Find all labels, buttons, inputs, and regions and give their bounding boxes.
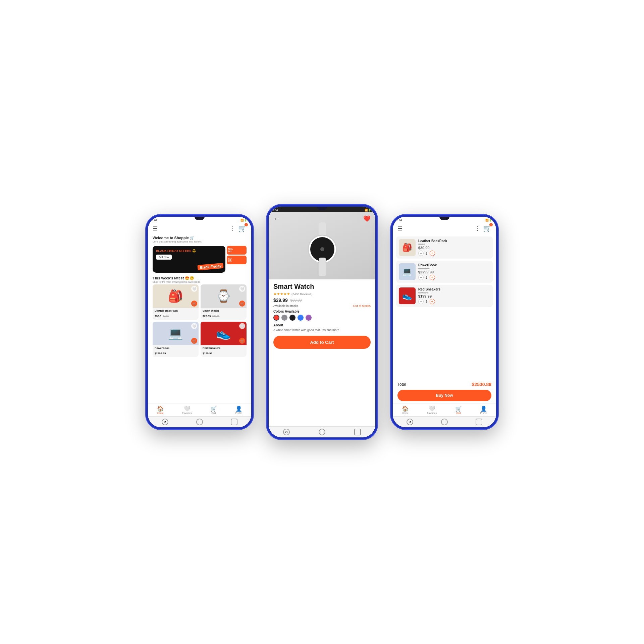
product-detail-content: Smart Watch ★★★★★ (3400 Reviews) $29.99 … bbox=[269, 279, 375, 426]
cart-old-price-sneaker: $299.99 bbox=[418, 291, 490, 294]
color-red[interactable] bbox=[273, 315, 279, 321]
qty-plus-sneaker[interactable]: + bbox=[430, 299, 435, 304]
heart-btn-sneaker[interactable]: 🤍 bbox=[239, 323, 245, 329]
product-detail-name: Smart Watch bbox=[273, 283, 371, 290]
phone2-header: ← ❤️ bbox=[269, 212, 375, 225]
qty-plus-laptop[interactable]: + bbox=[430, 275, 435, 280]
price-row: $29.99 $39.99 bbox=[273, 298, 371, 303]
cart-info-laptop: PowerBook $3299.99 $2299.99 − 1 + bbox=[418, 263, 490, 280]
back-button[interactable]: ← bbox=[273, 215, 279, 222]
back-hw-btn-2[interactable]: ↺ bbox=[283, 429, 290, 435]
add-cart-btn-sneaker[interactable]: 🛒 bbox=[239, 338, 245, 344]
product-price-sneaker: $199.99 bbox=[203, 352, 212, 355]
home-hw-btn-3[interactable] bbox=[441, 419, 448, 425]
status-icons-3: 📶🔋 bbox=[485, 219, 492, 222]
cart-nav-icon-3: 🛒 bbox=[455, 406, 462, 412]
product-img-sneaker: 👟 🤍 🛒 bbox=[201, 322, 247, 345]
qty-num-sneaker: 1 bbox=[426, 300, 428, 304]
reviews-count: (3400 Reviews) bbox=[291, 292, 313, 296]
product-card-watch[interactable]: ⌚ 🤍 🛒 Smart Watch $29.99 $39.99 bbox=[201, 284, 247, 320]
out-stock-label: Out of stocks bbox=[353, 304, 371, 308]
cart-items-list: 🎒 Leather BackPack $40.9 $30.90 − 1 + bbox=[393, 234, 496, 379]
profile-icon-1: 👤 bbox=[235, 406, 242, 412]
qty-minus-laptop[interactable]: − bbox=[418, 275, 424, 280]
cart-badge-3: 3 bbox=[489, 223, 493, 226]
bottom-bar-2: ↺ bbox=[269, 426, 375, 437]
welcome-section: Welcome to Shoppie 🛒 Let's get something… bbox=[148, 234, 251, 244]
get-now-button[interactable]: Get Now bbox=[156, 255, 172, 260]
qty-control-laptop: − 1 + bbox=[418, 275, 490, 280]
back-hw-btn-3[interactable]: ↺ bbox=[407, 419, 413, 425]
cart-icon-1[interactable]: 🛒 1 bbox=[238, 224, 247, 232]
add-cart-btn-laptop[interactable]: 🛒 bbox=[191, 338, 197, 344]
total-amount: $2530.88 bbox=[472, 382, 491, 387]
current-price: $29.99 bbox=[273, 298, 288, 303]
home-hw-btn-1[interactable] bbox=[196, 419, 203, 425]
product-img-bag: 🎒 🤍 🛒 bbox=[153, 284, 199, 308]
cart-price-sneaker: $199.99 bbox=[418, 294, 490, 298]
bottom-bar-1: ↺ bbox=[148, 416, 251, 427]
nav-favorites-1[interactable]: 🤍 Favorites bbox=[182, 406, 192, 414]
heart-btn-bag[interactable]: 🤍 bbox=[191, 286, 197, 292]
favorite-button[interactable]: ❤️ bbox=[363, 215, 371, 222]
nav-profile-1[interactable]: 👤 Profile bbox=[235, 406, 242, 414]
buy-now-button[interactable]: Buy Now bbox=[397, 390, 491, 401]
add-cart-btn-watch[interactable]: 🛒 bbox=[239, 301, 245, 307]
phones-container: 9:04 📶🔋 ☰ ⋮ 🛒 1 Welcome t bbox=[119, 178, 525, 466]
product-card-laptop[interactable]: 💻 🤍 🛒 PowerBook $2299.99 bbox=[153, 322, 199, 357]
cart-nav-icon-1: 🛒 bbox=[210, 406, 217, 412]
qty-minus-sneaker[interactable]: − bbox=[418, 299, 424, 304]
header-right-3: ⋮ 🛒 3 bbox=[475, 224, 491, 232]
product-card-bag[interactable]: 🎒 🤍 🛒 Leather BackPack $30.9 $40.9 bbox=[153, 284, 199, 320]
banner-title: BLACK FRIDAY OFFERS 😎 bbox=[156, 249, 222, 253]
home-hw-btn-2[interactable] bbox=[319, 429, 325, 435]
product-info-bag: Leather BackPack $30.9 $40.9 bbox=[153, 308, 199, 320]
color-black[interactable] bbox=[289, 315, 296, 321]
add-cart-btn-bag[interactable]: 🛒 bbox=[191, 301, 197, 307]
section-sub: Shop for the most amazing items 2022 nee… bbox=[148, 281, 251, 284]
cart-icon-3[interactable]: 🛒 3 bbox=[483, 224, 491, 232]
nav-profile-3[interactable]: 👤 Profile bbox=[480, 406, 487, 414]
product-old-price-watch: $39.99 bbox=[212, 315, 219, 317]
screen-3: 9:04 📶🔋 ☰ ⋮ 🛒 3 bbox=[393, 217, 496, 416]
product-card-sneaker[interactable]: 👟 🤍 🛒 Red Sneakers $199.99 bbox=[201, 322, 247, 357]
colors-row[interactable] bbox=[273, 315, 371, 321]
heart-icon-1: 🤍 bbox=[184, 406, 191, 412]
banner-main: BLACK FRIDAY OFFERS 😎 Get Now Black Frid… bbox=[153, 246, 225, 273]
product-price-bag: $30.9 bbox=[155, 315, 161, 318]
nav-cart-3[interactable]: 🛒 Cart bbox=[455, 406, 462, 414]
heart-btn-watch[interactable]: 🤍 bbox=[239, 286, 245, 292]
nav-home-3[interactable]: 🏠 Home bbox=[402, 406, 409, 414]
more-options-icon[interactable]: ⋮ bbox=[230, 225, 235, 232]
add-to-cart-button[interactable]: Add to Cart bbox=[273, 336, 371, 349]
menu-icon-3[interactable]: ☰ bbox=[397, 225, 402, 232]
products-grid: 🎒 🤍 🛒 Leather BackPack $30.9 $40.9 bbox=[148, 284, 251, 357]
product-name-laptop: PowerBook bbox=[155, 346, 197, 350]
status-time-1: 9:04 bbox=[152, 219, 157, 222]
recent-hw-btn-1[interactable] bbox=[231, 419, 237, 425]
product-info-laptop: PowerBook $2299.99 bbox=[153, 345, 199, 357]
qty-minus-bag[interactable]: − bbox=[418, 251, 424, 256]
recent-hw-btn-3[interactable] bbox=[476, 419, 482, 425]
recent-hw-btn-2[interactable] bbox=[354, 429, 361, 435]
nav-favorites-3[interactable]: 🤍 Favorites bbox=[427, 406, 437, 414]
qty-plus-bag[interactable]: + bbox=[430, 251, 435, 256]
home-icon-3: 🏠 bbox=[402, 406, 409, 412]
cart-name-laptop: PowerBook bbox=[418, 263, 490, 267]
nav-cart-1[interactable]: 🛒 Cart bbox=[210, 406, 217, 414]
color-purple[interactable] bbox=[306, 315, 312, 321]
home-icon-1: 🏠 bbox=[157, 406, 164, 412]
heart-btn-laptop[interactable]: 🤍 bbox=[191, 323, 197, 329]
color-blue[interactable] bbox=[298, 315, 304, 321]
watch-svg bbox=[292, 222, 352, 276]
qty-control-sneaker: − 1 + bbox=[418, 299, 490, 304]
color-gray[interactable] bbox=[281, 315, 287, 321]
cart-item-sneaker: 👟 Red Sneakers $299.99 $199.99 − 1 + bbox=[396, 285, 493, 307]
menu-icon[interactable]: ☰ bbox=[153, 225, 157, 232]
back-hw-btn-1[interactable]: ↺ bbox=[162, 419, 168, 425]
status-icons-2: 📶🔋 bbox=[365, 209, 371, 212]
qty-control-bag: − 1 + bbox=[418, 251, 490, 256]
product-img-laptop: 💻 🤍 🛒 bbox=[153, 322, 199, 345]
nav-home-1[interactable]: 🏠 Home bbox=[157, 406, 164, 414]
more-options-icon-3[interactable]: ⋮ bbox=[475, 225, 480, 232]
